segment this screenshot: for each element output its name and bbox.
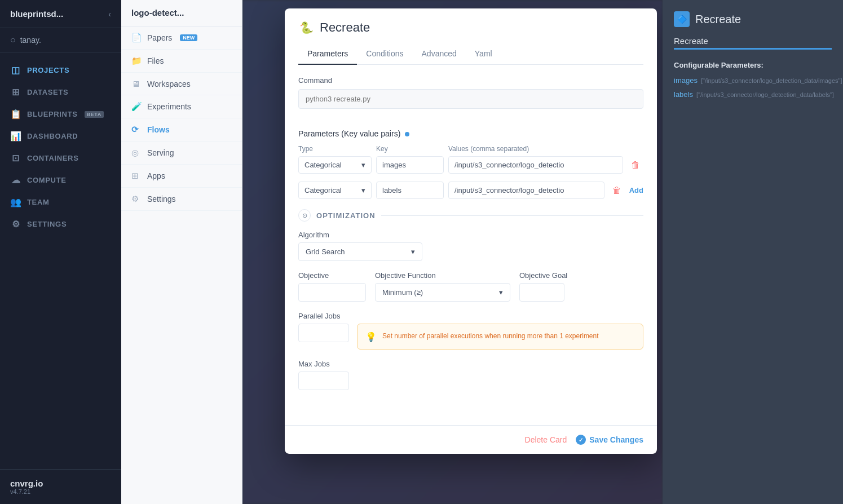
algorithm-chevron-icon: ▾ [411, 247, 415, 256]
apps-icon: ⊞ [131, 171, 142, 181]
project-title: logo-detect... [131, 8, 184, 17]
middle-nav-serving[interactable]: ◎ Serving [121, 142, 242, 165]
config-param-name-images: images [674, 76, 698, 85]
objective-goal-input[interactable] [519, 283, 564, 302]
projects-icon: ◫ [10, 65, 21, 76]
parallel-row: 💡 Set number of parallel executions when… [298, 324, 643, 350]
middle-nav-files[interactable]: 📁 Files [121, 50, 242, 73]
settings-icon: ⚙ [10, 219, 21, 229]
sidebar-item-label: BLUEPRINTS [27, 110, 78, 118]
middle-nav-label: Apps [147, 171, 165, 180]
sidebar-item-label: TEAM [27, 198, 49, 206]
sidebar-item-settings[interactable]: ⚙ SETTINGS [0, 213, 121, 235]
team-icon: 👥 [10, 197, 21, 207]
modal-tabs: Parameters Conditions Advanced Yaml [298, 45, 643, 65]
objective-input[interactable] [298, 283, 366, 302]
header-type: Type [298, 145, 372, 153]
add-param-button[interactable]: Add [629, 184, 643, 197]
collapse-icon[interactable]: ‹ [108, 10, 111, 19]
max-jobs-input[interactable] [298, 372, 349, 390]
param-delete-btn-1[interactable]: 🗑 [609, 183, 625, 198]
middle-nav-label: Flows [147, 125, 170, 134]
middle-nav-apps[interactable]: ⊞ Apps [121, 165, 242, 188]
middle-nav-flows[interactable]: ⟳ Flows [121, 118, 242, 142]
sidebar-item-blueprints[interactable]: 📋 BLUEPRINTS BETA [0, 103, 121, 125]
parallel-jobs-label: Parallel Jobs [298, 312, 643, 320]
tab-advanced[interactable]: Advanced [413, 45, 466, 65]
chevron-down-icon: ▾ [361, 161, 365, 169]
containers-icon: ⊡ [10, 153, 21, 163]
objective-function-select[interactable]: Minimum (≥) ▾ [375, 283, 510, 302]
param-key-input-1[interactable] [376, 182, 444, 199]
header-key: Key [376, 145, 444, 153]
footer-brand: cnvrg.io [10, 479, 111, 488]
right-panel-subtitle: Recreate [674, 30, 832, 50]
save-changes-button[interactable]: ✓ Save Changes [576, 435, 643, 445]
modal-header: 🐍 Recreate Parameters Conditions Advance… [285, 8, 657, 65]
middle-nav-papers[interactable]: 📄 Papers NEW [121, 26, 242, 50]
parallel-warning-box: 💡 Set number of parallel executions when… [357, 324, 643, 350]
files-icon: 📁 [131, 56, 142, 66]
config-param-images: images ["/input/s3_connector/logo_detect… [674, 76, 832, 85]
params-section: Parameters (Key value pairs) Type Key Va… [298, 129, 643, 199]
main-nav: ◫ PROJECTS ⊞ DATASETS 📋 BLUEPRINTS BETA … [0, 52, 121, 469]
right-panel-section-title: Configurable Parameters: [674, 61, 832, 69]
sidebar-item-label: SETTINGS [27, 220, 67, 228]
middle-nav-experiments[interactable]: 🧪 Experiments [121, 95, 242, 118]
middle-nav-label: Files [147, 56, 164, 65]
param-values-input-1[interactable] [448, 182, 604, 199]
params-dot [405, 132, 409, 136]
command-input[interactable] [298, 89, 643, 109]
objective-function-value: Minimum (≥) [382, 288, 423, 297]
objective-label: Objective [298, 271, 366, 280]
objective-goal-col: Objective Goal [519, 271, 567, 302]
param-key-input-0[interactable] [376, 156, 444, 174]
algorithm-group: Algorithm Grid Search ▾ [298, 231, 643, 261]
tab-yaml[interactable]: Yaml [466, 45, 501, 65]
sidebar-footer: cnvrg.io v4.7.21 [0, 469, 121, 504]
parallel-warning-text: Set number of parallel executions when r… [382, 331, 599, 341]
sidebar-item-containers[interactable]: ⊡ CONTAINERS [0, 147, 121, 169]
param-row-1: Categorical ▾ 🗑 Add [298, 182, 643, 199]
objective-col: Objective [298, 271, 366, 302]
parallel-jobs-input[interactable] [298, 324, 349, 342]
command-group: Command [298, 76, 643, 119]
objective-function-col: Objective Function Minimum (≥) ▾ [375, 271, 510, 302]
sidebar-item-dashboard[interactable]: 📊 DASHBOARD [0, 125, 121, 147]
param-type-select-1[interactable]: Categorical ▾ [298, 182, 372, 199]
sidebar-item-compute[interactable]: ☁ COMPUTE [0, 169, 121, 191]
sidebar-item-datasets[interactable]: ⊞ DATASETS [0, 81, 121, 103]
middle-nav-label: Settings [147, 194, 176, 204]
middle-nav-label: Experiments [147, 102, 191, 111]
sidebar-brand: blueprintsd... ‹ [0, 0, 121, 28]
sidebar-item-label: CONTAINERS [27, 154, 78, 162]
tab-conditions[interactable]: Conditions [357, 45, 412, 65]
param-values-input-0[interactable] [448, 156, 623, 174]
tab-parameters[interactable]: Parameters [298, 45, 357, 65]
middle-nav-workspaces[interactable]: 🖥 Workspaces [121, 73, 242, 95]
sidebar-item-projects[interactable]: ◫ PROJECTS [0, 59, 121, 81]
modal-title-row: 🐍 Recreate [298, 20, 643, 36]
beta-badge: BETA [85, 111, 104, 118]
params-title: Parameters (Key value pairs) [298, 129, 643, 138]
param-delete-btn-0[interactable]: 🗑 [628, 157, 643, 173]
middle-nav-settings[interactable]: ⚙ Settings [121, 188, 242, 211]
sidebar-item-team[interactable]: 👥 TEAM [0, 191, 121, 213]
python-icon: 🐍 [298, 20, 314, 36]
right-panel: 🔷 Recreate Recreate Configurable Paramet… [663, 0, 843, 504]
optimization-title: OPTIMIZATION [316, 211, 376, 220]
warning-icon: 💡 [365, 331, 377, 342]
middle-panel: logo-detect... 📄 Papers NEW 📁 Files 🖥 Wo… [121, 0, 242, 504]
delete-card-button[interactable]: Delete Card [525, 435, 567, 444]
param-type-select-0[interactable]: Categorical ▾ [298, 156, 372, 174]
config-param-labels: labels ["/input/s3_connector/logo_detect… [674, 90, 832, 99]
brand-name: blueprintsd... [10, 9, 63, 19]
optimization-chevron-icon: ⊙ [298, 209, 311, 222]
sidebar-item-label: COMPUTE [27, 176, 67, 184]
max-jobs-group: Max Jobs [298, 360, 643, 390]
objective-row: Objective Objective Function Minimum (≥)… [298, 271, 643, 302]
algorithm-select[interactable]: Grid Search ▾ [298, 242, 422, 261]
user-icon: ○ [10, 35, 16, 45]
sidebar-item-label: PROJECTS [27, 66, 69, 74]
optimization-section-header[interactable]: ⊙ OPTIMIZATION [298, 209, 643, 222]
